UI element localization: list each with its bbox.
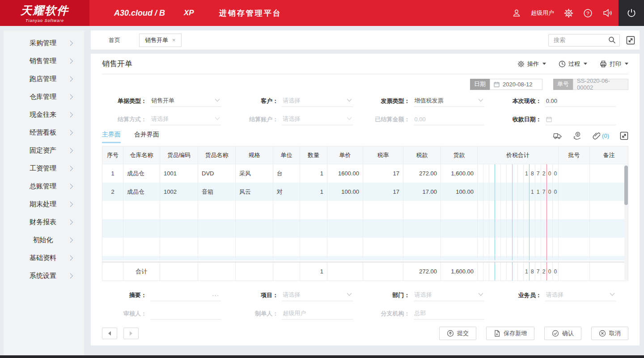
operate-dropdown[interactable]: 操作 bbox=[517, 60, 546, 68]
cancel-button[interactable]: 取消 bbox=[591, 327, 628, 340]
tab-sales-order[interactable]: 销售开单 × bbox=[139, 34, 182, 47]
delivery-truck-icon[interactable] bbox=[553, 132, 562, 140]
digit-cell bbox=[512, 219, 518, 238]
digit-cell bbox=[478, 164, 483, 183]
digit-cell: 1 bbox=[529, 183, 535, 201]
summary-input[interactable]: ··· bbox=[150, 289, 221, 301]
amount-digit-grid bbox=[478, 219, 558, 238]
caret-down-icon bbox=[542, 63, 546, 65]
tab-label: 销售开单 bbox=[145, 36, 168, 44]
calendar-icon bbox=[494, 81, 500, 87]
digit-cell bbox=[489, 164, 495, 183]
digit-cell: 1 bbox=[523, 164, 529, 183]
table-fullscreen-icon[interactable] bbox=[620, 132, 628, 140]
tab-home[interactable]: 首页 bbox=[109, 36, 120, 44]
sidebar-item-dashboard[interactable]: 经营看板 bbox=[4, 124, 84, 141]
digit-cell bbox=[506, 238, 512, 256]
settle-account-select: 请选择 bbox=[282, 113, 352, 125]
sidebar-item-warehouse[interactable]: 仓库管理 bbox=[4, 88, 84, 106]
digit-cell bbox=[517, 256, 523, 260]
sidebar-item-cash[interactable]: 现金往来 bbox=[4, 106, 84, 124]
logout-power-button[interactable] bbox=[619, 0, 644, 26]
sidebar-item-fixed-assets[interactable]: 固定资产 bbox=[4, 141, 84, 159]
sidebar-item-system-settings[interactable]: 系统设置 bbox=[4, 267, 84, 285]
digit-cell: 8 bbox=[529, 164, 535, 183]
bottom-bar bbox=[0, 355, 644, 358]
search-input[interactable] bbox=[554, 37, 608, 43]
user-icon[interactable] bbox=[512, 9, 521, 17]
salesman-select[interactable]: 请选择 bbox=[545, 289, 616, 301]
search-icon[interactable] bbox=[608, 36, 616, 44]
digit-cell bbox=[489, 201, 495, 219]
department-select[interactable]: 请选择 bbox=[414, 289, 484, 301]
subtab-main[interactable]: 主界面 bbox=[102, 131, 121, 143]
digit-cell bbox=[541, 238, 547, 256]
table-empty-row[interactable] bbox=[102, 238, 628, 256]
table-scrollbar[interactable] bbox=[624, 165, 628, 280]
username[interactable]: 超级用户 bbox=[531, 9, 554, 17]
order-header-form: 单据类型： 销售开单 客户： 请选择 发票类型： 增值税发票 本次现收： 0.0… bbox=[102, 95, 628, 125]
digit-cell bbox=[552, 256, 558, 260]
chevron-right-icon bbox=[70, 76, 73, 82]
date-label-chip: 日期 bbox=[470, 79, 490, 90]
tab-close-icon[interactable]: × bbox=[172, 37, 176, 43]
sidebar-item-initialization[interactable]: 初始化 bbox=[4, 231, 84, 249]
help-icon[interactable]: ? bbox=[583, 9, 593, 18]
print-dropdown[interactable]: 打印 bbox=[600, 60, 628, 68]
attachment-button[interactable]: (0) bbox=[593, 132, 609, 140]
process-dropdown[interactable]: 过程 bbox=[559, 60, 587, 68]
confirm-button[interactable]: 确认 bbox=[544, 327, 581, 340]
order-no-value: SS-2020-06-00002 bbox=[573, 79, 628, 90]
digit-cell: 7 bbox=[535, 164, 541, 183]
sidebar-item-sales[interactable]: 销售管理 bbox=[4, 52, 84, 70]
logo: 天耀软件 Tianyao Software bbox=[0, 0, 89, 26]
next-record-button[interactable] bbox=[123, 328, 139, 339]
digit-cell bbox=[489, 183, 495, 201]
chevron-down-icon bbox=[347, 98, 352, 102]
app-title: 进销存管理平台 bbox=[219, 8, 282, 18]
sidebar-item-period-end[interactable]: 期末处理 bbox=[4, 195, 84, 213]
check-circle-icon bbox=[552, 330, 559, 337]
digit-cell bbox=[489, 238, 495, 256]
chevron-down-icon bbox=[215, 117, 220, 120]
fullscreen-icon[interactable] bbox=[626, 36, 635, 45]
subtab-merge[interactable]: 合并界面 bbox=[134, 131, 159, 142]
customer-select[interactable]: 请选择 bbox=[282, 95, 352, 107]
chevron-right-icon bbox=[70, 130, 73, 136]
doc-type-select[interactable]: 销售开单 bbox=[150, 95, 221, 107]
sidebar-item-financial-reports[interactable]: 财务报表 bbox=[4, 213, 84, 231]
clock-icon bbox=[559, 60, 566, 68]
table-partial-row bbox=[102, 256, 628, 260]
invoice-type-select[interactable]: 增值税发票 bbox=[414, 95, 484, 107]
sidebar-item-base-data[interactable]: 基础资料 bbox=[4, 249, 84, 267]
document-icon bbox=[494, 330, 500, 337]
submit-button[interactable]: 提交 bbox=[439, 327, 476, 340]
date-value: 2020-08-12 bbox=[503, 81, 533, 88]
prev-record-button[interactable] bbox=[102, 328, 117, 339]
table-empty-row[interactable] bbox=[102, 219, 628, 238]
announcement-speaker-icon[interactable] bbox=[602, 9, 612, 17]
caret-down-icon bbox=[584, 63, 587, 65]
amount-digit-grid: 11700 bbox=[478, 183, 558, 201]
table-row[interactable]: 2 成品仓 1002 音箱 风云 对 1 100.00 17 17.00 100… bbox=[102, 183, 628, 201]
chevron-down-icon bbox=[215, 98, 220, 102]
date-input[interactable]: 2020-08-12 bbox=[490, 79, 542, 90]
more-ellipsis-icon[interactable]: ··· bbox=[212, 292, 219, 298]
receipt-date-input[interactable] bbox=[545, 113, 616, 125]
sidebar-item-store-visit[interactable]: 跑店管理 bbox=[4, 70, 84, 88]
table-empty-row[interactable] bbox=[102, 201, 628, 219]
payment-hand-icon[interactable] bbox=[573, 132, 582, 140]
table-row[interactable]: 1 成品仓 1001 DVD 采风 台 1 1600.00 17 272.00 … bbox=[102, 164, 628, 183]
save-new-button[interactable]: 保存新增 bbox=[486, 327, 534, 340]
sidebar-item-purchase[interactable]: 采购管理 bbox=[4, 34, 84, 52]
settings-gear-icon[interactable] bbox=[564, 9, 573, 18]
cash-received-input[interactable]: 0.00 bbox=[545, 95, 616, 107]
digit-cell bbox=[535, 201, 541, 219]
sidebar-item-general-ledger[interactable]: 总账管理 bbox=[4, 177, 84, 195]
amount-digit-grid: 187200 bbox=[478, 262, 558, 281]
sidebar-item-payroll[interactable]: 工资管理 bbox=[4, 159, 84, 177]
digit-cell bbox=[517, 201, 523, 219]
scrollbar-thumb[interactable] bbox=[624, 166, 628, 205]
digit-cell bbox=[552, 201, 558, 219]
project-select[interactable]: 请选择 bbox=[282, 289, 352, 301]
